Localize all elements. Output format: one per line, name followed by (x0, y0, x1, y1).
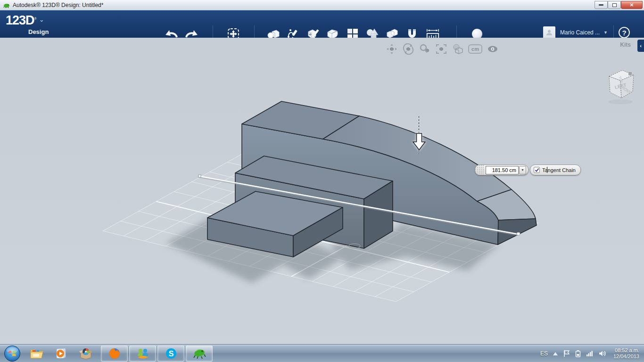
system-tray: ES 08:5 (540, 345, 644, 362)
app-menu[interactable]: 123D®⌄ Design (6, 13, 44, 28)
window-titlebar[interactable]: Autodesk® 123D® Design: Untitled* ✕ (0, 0, 644, 10)
media-player-icon (55, 347, 68, 360)
desktop: Autodesk® 123D® Design: Untitled* ✕ 123D… (0, 0, 644, 362)
start-button[interactable] (4, 345, 21, 362)
fit-button[interactable] (435, 43, 447, 55)
kits-panel-label: Kits (620, 41, 631, 48)
view-navigation-bar: cm (386, 43, 499, 55)
minimize-button[interactable] (594, 1, 608, 9)
user-name[interactable]: Mario Caiced ... (560, 29, 600, 36)
taskbar-messenger-button[interactable] (129, 346, 156, 362)
taskbar-clock[interactable]: 08:52 a.m. 12/04/2013 (613, 347, 639, 360)
firefox-icon (108, 347, 121, 360)
logo-subtitle: Design (28, 28, 49, 35)
user-dropdown-arrow[interactable]: ▼ (603, 30, 608, 35)
restore-button[interactable] (608, 1, 621, 9)
dimension-dropdown-button[interactable]: ▼ (519, 166, 526, 174)
taskbar-boxed-app-button[interactable] (76, 346, 95, 361)
sketch-line-endpoint[interactable] (198, 175, 201, 177)
explorer-folder-icon (30, 348, 44, 359)
logo-text: 123D (6, 13, 34, 27)
panel-collapse-tab[interactable]: ‹ (637, 40, 644, 52)
messenger-icon (136, 347, 149, 360)
fit-icon (436, 43, 447, 55)
pan-icon (386, 43, 397, 55)
help-button[interactable]: ? (619, 27, 630, 38)
orbit-button[interactable] (402, 43, 414, 55)
skype-icon: S (165, 347, 178, 360)
svg-text:S: S (168, 350, 173, 358)
clock-date: 12/04/2013 (613, 354, 639, 360)
sketch-line-endpoint[interactable] (517, 232, 520, 235)
chevron-down-icon: ⌄ (39, 16, 44, 23)
close-button[interactable]: ✕ (621, 1, 643, 9)
window-title: Autodesk® 123D® Design: Untitled* (13, 2, 103, 8)
zoom-button[interactable] (419, 43, 431, 55)
user-avatar[interactable] (543, 26, 555, 39)
3d-scene[interactable] (0, 38, 644, 344)
eye-icon (487, 45, 498, 53)
taskbar-media-player-button[interactable] (52, 346, 71, 361)
person-icon (545, 29, 553, 36)
boxed-app-icon (79, 347, 93, 360)
123d-design-icon (192, 347, 206, 360)
visibility-button[interactable] (487, 43, 499, 55)
text-caret (547, 167, 547, 173)
tangent-chain-checkbox[interactable] (534, 167, 540, 173)
show-hidden-icons-button[interactable] (553, 352, 558, 355)
taskbar-123d-design-button[interactable] (186, 346, 213, 362)
taskbar: S ES (0, 344, 644, 362)
dimension-input[interactable] (486, 166, 519, 174)
zoom-icon (419, 43, 430, 55)
3d-viewport[interactable]: cm Kits ‹ LEFT FRONT TOP (0, 38, 644, 344)
dimension-widget: ▼ Tangent Chain (475, 165, 581, 175)
app-window-icon (3, 2, 10, 8)
language-indicator[interactable]: ES (540, 350, 548, 357)
pan-button[interactable] (386, 43, 398, 55)
action-center-flag-icon[interactable] (563, 350, 570, 357)
orbit-icon (403, 43, 414, 55)
shaded-view-icon (452, 43, 464, 55)
main-toolbar: 123D®⌄ Design (0, 10, 644, 38)
taskbar-firefox-button[interactable] (101, 346, 128, 362)
taskbar-skype-button[interactable]: S (157, 346, 184, 362)
battery-icon[interactable] (575, 350, 581, 357)
view-cube[interactable]: LEFT FRONT TOP (603, 66, 640, 106)
network-signal-icon[interactable] (586, 350, 594, 357)
shaded-view-button[interactable] (452, 43, 464, 55)
check-icon (535, 168, 539, 173)
clock-time: 08:52 a.m. (613, 347, 639, 354)
view-cube-corner[interactable] (628, 72, 632, 75)
speaker-icon[interactable] (599, 350, 606, 357)
taskbar-explorer-button[interactable] (27, 346, 46, 361)
widget-drag-handle[interactable] (475, 165, 485, 175)
unit-button[interactable]: cm (468, 44, 482, 54)
